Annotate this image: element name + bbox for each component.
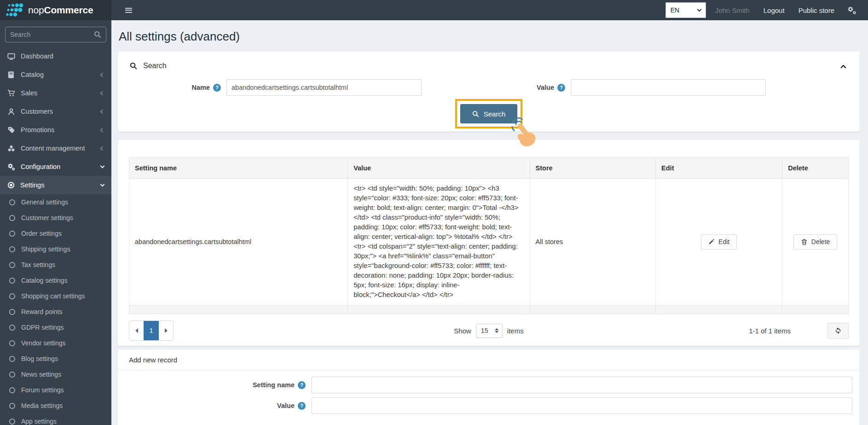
sidebar-toggle-icon[interactable] [123,5,134,16]
delete-button[interactable]: Delete [793,234,837,250]
sidebar-item-gdpr-settings[interactable]: GDPR settings [0,320,111,335]
next-page-button[interactable] [159,321,173,340]
pencil-icon [708,239,715,245]
sidebar-item-catalog[interactable]: Catalog [0,65,111,84]
search-icon [130,62,137,70]
add-value-label: Value [277,402,295,409]
value-label: Value [537,84,554,91]
column-header-delete: Delete [782,158,849,179]
sidebar-item-general-settings[interactable]: General settings [0,194,111,210]
sidebar-item-blog-settings[interactable]: Blog settings [0,351,111,367]
tag-icon [7,126,15,134]
edit-button[interactable]: Edit [701,234,737,250]
top-bar: nopCommerce EN John Smith Logout Public … [0,0,868,20]
sidebar-item-configuration[interactable]: Configuration [0,157,111,176]
chevron-left-icon [100,91,105,95]
sidebar-item-customers[interactable]: Customers [0,102,111,121]
sidebar-item-dashboard[interactable]: Dashboard [0,47,111,65]
sidebar-item-reward-points[interactable]: Reward points [0,304,111,320]
search-panel: Search Name ? Value ? [118,52,860,132]
cart-icon [7,89,15,97]
chevron-left-icon [100,72,105,77]
page-size-group: Show 15 items [454,324,523,338]
sidebar-item-tax-settings[interactable]: Tax settings [0,257,111,273]
search-icon [472,111,479,117]
column-header-store: Store [530,158,656,179]
brand-title: nopCommerce [28,5,93,16]
table-header-row: Setting name Value Store Edit Delete [129,158,849,179]
public-store-link[interactable]: Public store [799,6,834,14]
chevron-down-icon [100,164,105,169]
help-icon[interactable]: ? [213,84,221,92]
sidebar-item-media-settings[interactable]: Media settings [0,398,111,413]
settings-table: Setting name Value Store Edit Delete aba… [129,157,849,314]
circle-icon [9,387,16,394]
add-value-input[interactable] [312,397,852,414]
search-button[interactable]: Search [460,104,518,123]
sidebar-item-settings[interactable]: Settings [0,176,111,194]
circle-icon [9,293,16,300]
sidebar-item-customer-settings[interactable]: Customer settings [0,210,111,226]
table-row: abandonedcartsettings.cartsubtotalhtml <… [129,179,849,305]
dot-circle-icon [7,181,15,189]
circle-icon [9,246,16,253]
language-select[interactable]: EN [665,2,706,18]
sidebar-item-sales[interactable]: Sales [0,84,111,102]
person-icon [7,108,15,116]
logout-link[interactable]: Logout [764,6,785,14]
current-page-button[interactable]: 1 [144,321,159,340]
setting-name-cell: abandonedcartsettings.cartsubtotalhtml [129,179,348,305]
page-size-select[interactable]: 15 [476,324,503,338]
circle-icon [9,199,16,206]
items-range-info: 1-1 of 1 items [749,327,791,335]
sidebar-item-promotions[interactable]: Promotions [0,121,111,139]
page-title: All settings (advanced) [118,20,860,52]
search-panel-title: Search [143,62,167,70]
sidebar-item-order-settings[interactable]: Order settings [0,226,111,241]
main-content: All settings (advanced) Search Name ? Va… [111,20,868,425]
up-down-arrows-icon [495,328,498,333]
nopcommerce-logo-icon [5,3,24,17]
refresh-button[interactable] [827,323,849,339]
content-blobs-icon [7,145,15,152]
brand-logo[interactable]: nopCommerce [0,0,111,20]
setting-value-cell: <tr> <td style="width: 50%; padding: 10p… [348,179,530,305]
language-value: EN [671,6,679,14]
circle-icon [9,324,16,331]
search-button-highlight: Search [455,99,523,128]
chevron-up-icon [840,63,847,70]
add-record-panel: Add new record Setting name ? Value ? [118,349,860,425]
sidebar-item-vendor-settings[interactable]: Vendor settings [0,335,111,351]
sidebar-item-catalog-settings[interactable]: Catalog settings [0,273,111,288]
sidebar-item-news-settings[interactable]: News settings [0,367,111,382]
user-name-link[interactable]: John Smith [715,6,750,14]
help-icon[interactable]: ? [298,402,306,410]
setting-name-search-input[interactable] [226,79,422,96]
setting-value-search-input[interactable] [571,79,766,96]
add-record-title: Add new record [118,349,860,370]
sidebar-item-forum-settings[interactable]: Forum settings [0,382,111,398]
collapse-panel-button[interactable] [838,61,849,72]
grid-pagination-bar: 1 Show 15 items 1-1 of 1 items [129,320,849,341]
arrow-right-icon [165,328,168,333]
add-setting-name-input[interactable] [312,377,852,393]
circle-icon [9,418,16,425]
sidebar-search-input[interactable] [10,31,94,38]
help-icon[interactable]: ? [298,381,306,389]
items-label: items [507,327,524,335]
previous-page-button[interactable] [129,321,144,340]
monitor-icon [7,52,15,60]
sidebar-item-shipping-settings[interactable]: Shipping settings [0,241,111,257]
help-icon[interactable]: ? [557,84,565,92]
circle-icon [9,340,16,347]
grid-footer-strip [129,305,849,314]
sidebar-item-content-management[interactable]: Content management [0,139,111,157]
add-record-form: Setting name ? Value ? [118,370,860,425]
column-header-setting-name: Setting name [129,158,348,179]
settings-gear-icon[interactable] [847,6,856,15]
gears-icon [7,163,15,171]
column-header-edit: Edit [656,158,782,179]
sidebar-item-app-settings[interactable]: App settings [0,413,111,425]
sidebar-item-shopping-cart-settings[interactable]: Shopping cart settings [0,288,111,304]
circle-icon [9,309,16,315]
